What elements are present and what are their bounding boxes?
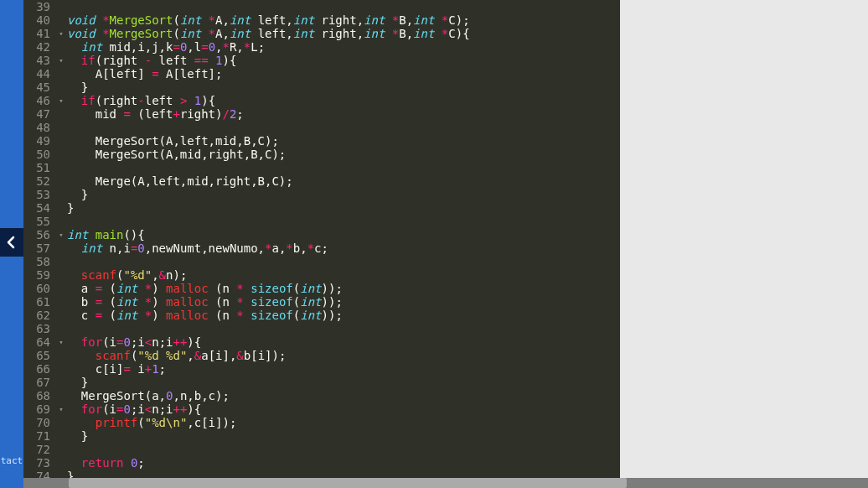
chevron-left-icon xyxy=(5,236,18,249)
horizontal-scrollbar-thumb[interactable] xyxy=(69,478,627,488)
line-number: 46 xyxy=(23,94,50,107)
fold-gutter-cell xyxy=(55,255,67,268)
fold-gutter-cell xyxy=(55,0,67,13)
fold-gutter-cell xyxy=(55,376,67,389)
line-number: 57 xyxy=(23,241,50,255)
fold-gutter-cell xyxy=(55,161,67,174)
right-blank-panel xyxy=(620,0,868,488)
fold-gutter: ▾▾▾▾▾▾ xyxy=(55,0,67,488)
code-line[interactable]: c = (int *) malloc (n * sizeof(int)); xyxy=(67,309,620,322)
code-line[interactable]: MergeSort(A,left,mid,B,C); xyxy=(67,134,620,148)
code-line[interactable] xyxy=(67,0,620,13)
fold-gutter-cell xyxy=(55,282,67,295)
fold-gutter-cell xyxy=(55,121,67,134)
line-number: 70 xyxy=(23,416,50,429)
line-number: 43 xyxy=(23,54,50,67)
code-line[interactable] xyxy=(67,322,620,335)
fold-gutter-cell xyxy=(55,349,67,362)
code-line[interactable]: printf("%d\n",c[i]); xyxy=(67,416,620,429)
fold-gutter-cell xyxy=(55,215,67,228)
code-line[interactable]: if(right - left == 1){ xyxy=(67,54,620,67)
line-number: 48 xyxy=(23,121,50,134)
viewport-root: tact 39404142434445464748495051525354555… xyxy=(0,0,868,488)
line-number: 51 xyxy=(23,161,50,174)
line-number-gutter: 3940414243444546474849505152535455565758… xyxy=(23,0,55,488)
line-number: 73 xyxy=(23,456,50,470)
code-line[interactable]: } xyxy=(67,376,620,389)
line-number: 58 xyxy=(23,255,50,268)
line-number: 62 xyxy=(23,309,50,322)
fold-toggle[interactable]: ▾ xyxy=(55,402,67,416)
line-number: 63 xyxy=(23,322,50,335)
code-line[interactable] xyxy=(67,161,620,174)
line-number: 44 xyxy=(23,67,50,80)
fold-gutter-cell xyxy=(55,174,67,188)
code-line[interactable]: scanf("%d %d",&a[i],&b[i]); xyxy=(67,349,620,362)
code-line[interactable]: b = (int *) malloc (n * sizeof(int)); xyxy=(67,295,620,309)
code-line[interactable] xyxy=(67,215,620,228)
line-number: 40 xyxy=(23,13,50,27)
code-line[interactable]: scanf("%d",&n); xyxy=(67,268,620,282)
fold-gutter-cell xyxy=(55,134,67,148)
line-number: 49 xyxy=(23,134,50,148)
code-line[interactable]: int n,i=0,newNumt,newNumo,*a,*b,*c; xyxy=(67,241,620,255)
fold-gutter-cell xyxy=(55,241,67,255)
fold-gutter-cell xyxy=(55,148,67,161)
line-number: 53 xyxy=(23,188,50,201)
line-number: 55 xyxy=(23,215,50,228)
horizontal-scrollbar[interactable] xyxy=(23,478,868,488)
fold-gutter-cell xyxy=(55,443,67,456)
code-line[interactable]: return 0; xyxy=(67,456,620,470)
line-number: 52 xyxy=(23,174,50,188)
code-line[interactable]: for(i=0;i<n;i++){ xyxy=(67,402,620,416)
editor-area: 3940414243444546474849505152535455565758… xyxy=(23,0,868,488)
fold-gutter-cell xyxy=(55,13,67,27)
line-number: 56 xyxy=(23,228,50,241)
line-number: 45 xyxy=(23,80,50,94)
fold-toggle[interactable]: ▾ xyxy=(55,335,67,349)
fold-gutter-cell xyxy=(55,268,67,282)
fold-gutter-cell xyxy=(55,416,67,429)
fold-toggle[interactable]: ▾ xyxy=(55,228,67,241)
fold-toggle[interactable]: ▾ xyxy=(55,27,67,40)
code-line[interactable]: void *MergeSort(int *A,int left,int righ… xyxy=(67,27,620,40)
fold-gutter-cell xyxy=(55,188,67,201)
code-line[interactable]: } xyxy=(67,80,620,94)
code-line[interactable]: c[i]= i+1; xyxy=(67,362,620,376)
code-line[interactable]: } xyxy=(67,188,620,201)
code-line[interactable]: MergeSort(a,0,n,b,c); xyxy=(67,389,620,402)
code-line[interactable]: int main(){ xyxy=(67,228,620,241)
code-line[interactable]: A[left] = A[left]; xyxy=(67,67,620,80)
code-line[interactable]: for(i=0;i<n;i++){ xyxy=(67,335,620,349)
sidebar-tact-label: tact xyxy=(0,454,23,468)
line-number: 64 xyxy=(23,335,50,349)
fold-gutter-cell xyxy=(55,322,67,335)
line-number: 72 xyxy=(23,443,50,456)
code-line[interactable]: } xyxy=(67,429,620,443)
line-number: 50 xyxy=(23,148,50,161)
code-line[interactable] xyxy=(67,255,620,268)
line-number: 61 xyxy=(23,295,50,309)
fold-toggle[interactable]: ▾ xyxy=(55,54,67,67)
code-line[interactable]: } xyxy=(67,201,620,215)
code-line[interactable]: int mid,i,j,k=0,l=0,*R,*L; xyxy=(67,40,620,54)
sidebar-collapse-button[interactable] xyxy=(0,228,23,257)
code-line[interactable]: a = (int *) malloc (n * sizeof(int)); xyxy=(67,282,620,295)
code-editor[interactable]: void *MergeSort(int *A,int left,int righ… xyxy=(67,0,620,488)
line-number: 60 xyxy=(23,282,50,295)
fold-gutter-cell xyxy=(55,295,67,309)
fold-toggle[interactable]: ▾ xyxy=(55,94,67,107)
line-number: 68 xyxy=(23,389,50,402)
line-number: 41 xyxy=(23,27,50,40)
code-line[interactable]: mid = (left+right)/2; xyxy=(67,107,620,121)
code-line[interactable]: Merge(A,left,mid,right,B,C); xyxy=(67,174,620,188)
code-line[interactable]: void *MergeSort(int *A,int left,int righ… xyxy=(67,13,620,27)
code-line[interactable]: MergeSort(A,mid,right,B,C); xyxy=(67,148,620,161)
code-line[interactable]: if(right-left > 1){ xyxy=(67,94,620,107)
line-number: 69 xyxy=(23,402,50,416)
code-line[interactable] xyxy=(67,121,620,134)
fold-gutter-cell xyxy=(55,429,67,443)
fold-gutter-cell xyxy=(55,80,67,94)
fold-gutter-cell xyxy=(55,201,67,215)
code-line[interactable] xyxy=(67,443,620,456)
